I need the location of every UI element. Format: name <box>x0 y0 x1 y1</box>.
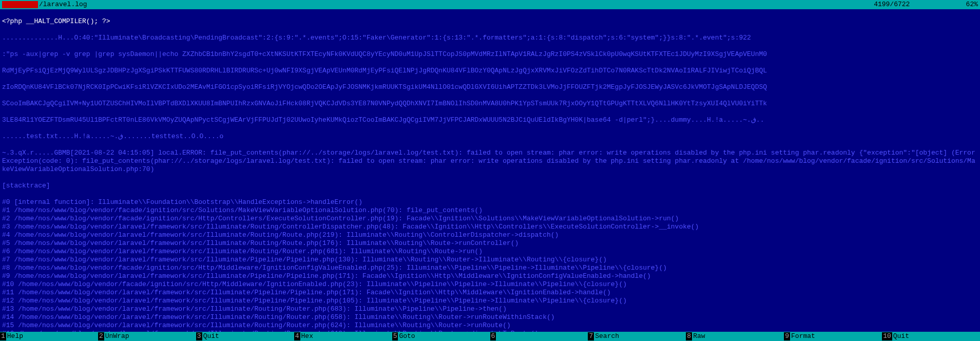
fkey-9[interactable]: 9Format <box>784 332 882 340</box>
stacktrace-line: #10 /home/nos/www/blog/vendor/facade/ign… <box>2 280 978 289</box>
content-line: <?php __HALT_COMPILER(); ?> <box>2 17 978 26</box>
stacktrace-line: #2 /home/nos/www/blog/vendor/facade/igni… <box>2 215 978 223</box>
fkey-label: Quit <box>892 332 949 340</box>
fkey-label: Help <box>6 332 63 340</box>
stacktrace-line: #0 [internal function]: Illuminate\\Foun… <box>2 198 978 206</box>
file-content[interactable]: <?php __HALT_COMPILER(); ?> ............… <box>0 9 980 332</box>
fkey-label: Raw <box>692 332 748 340</box>
stacktrace-line: #4 /home/nos/www/blog/vendor/laravel/fra… <box>2 231 978 239</box>
fkey-1[interactable]: 1Help <box>0 332 98 340</box>
fkey-number: 5 <box>392 332 398 340</box>
file-path: /laravel.log <box>39 1 87 9</box>
stacktrace-line: #3 /home/nos/www/blog/vendor/laravel/fra… <box>2 223 978 231</box>
fkey-4[interactable]: 4Hex <box>294 332 392 340</box>
content-line: ~.3.qX.r.....GBMB[2021-08-22 04:15:05] l… <box>2 149 978 174</box>
content-line: zIoRDQnKU84VFlBCk07NjRCK0IpPCwiKFsiRlVZK… <box>2 83 978 91</box>
title-bar: /laravel.log 4199/6722 62% <box>0 0 980 9</box>
fkey-label: Goto <box>398 332 454 340</box>
redacted-block <box>2 1 38 8</box>
fkey-7[interactable]: 7Search <box>588 332 686 340</box>
stacktrace-line: #6 /home/nos/www/blog/vendor/laravel/fra… <box>2 248 978 256</box>
fkey-2[interactable]: 2UnWrap <box>98 332 196 340</box>
stacktrace-line: #5 /home/nos/www/blog/vendor/laravel/fra… <box>2 239 978 248</box>
content-line: 3LE84Rl1YOEZFTDsmRU45Ul1BPFctRT0nLE86VkV… <box>2 116 978 124</box>
fkey-label: Hex <box>300 332 357 340</box>
fkey-number: 6 <box>490 332 496 340</box>
stacktrace-line: #9 /home/nos/www/blog/vendor/laravel/fra… <box>2 272 978 280</box>
fkey-number: 7 <box>588 332 594 340</box>
fkey-number: 4 <box>294 332 300 340</box>
fkey-3[interactable]: 3Quit <box>196 332 294 340</box>
fkey-number: 3 <box>196 332 202 340</box>
fkey-number: 10 <box>882 332 892 340</box>
line-counter: 4199/6722 62% <box>874 1 978 9</box>
fkey-number: 1 <box>0 332 6 340</box>
fkey-label: UnWrap <box>104 332 161 340</box>
content-line: ..............H...O:40:"Illuminate\Broad… <box>2 34 978 42</box>
content-line: ......test.txt....H.!a.....~.ڧ.......tes… <box>2 132 978 141</box>
content-line: [stacktrace] <box>2 182 978 190</box>
stacktrace-line: #7 /home/nos/www/blog/vendor/laravel/fra… <box>2 256 978 264</box>
fkey-6[interactable]: 6 <box>490 332 588 340</box>
fkey-8[interactable]: 8Raw <box>686 332 784 340</box>
stacktrace-line: #14 /home/nos/www/blog/vendor/laravel/fr… <box>2 313 978 321</box>
fkey-label: Quit <box>202 332 259 340</box>
fkey-5[interactable]: 5Goto <box>392 332 490 340</box>
fkey-number: 2 <box>98 332 104 340</box>
stacktrace-line: #11 /home/nos/www/blog/vendor/laravel/fr… <box>2 289 978 297</box>
stacktrace-line: #13 /home/nos/www/blog/vendor/laravel/fr… <box>2 305 978 313</box>
stacktrace-line: #12 /home/nos/www/blog/vendor/laravel/fr… <box>2 297 978 305</box>
content-line: SCooImBAKCJgQCgiIVM+Ny1UOTZUSChHIVMoIlVB… <box>2 100 978 108</box>
fkey-label: Search <box>594 332 650 340</box>
fkey-number: 9 <box>784 332 790 340</box>
stacktrace-line: #8 /home/nos/www/blog/vendor/facade/igni… <box>2 264 978 272</box>
fkey-label: Format <box>790 332 847 340</box>
content-line: :"ps -aux|grep -v grep |grep sysDaemon||… <box>2 50 978 59</box>
stacktrace-line: #1 /home/nos/www/blog/vendor/facade/igni… <box>2 206 978 215</box>
content-line: RdMjEyPFsiQjEzMjQ9WylULSgzJDBHPzJgXSgiPS… <box>2 67 978 75</box>
fkey-10[interactable]: 10Quit <box>882 332 980 340</box>
function-key-bar: 1Help2UnWrap3Quit4Hex5Goto67Search8Raw9F… <box>0 332 980 341</box>
fkey-number: 8 <box>686 332 692 340</box>
stacktrace-line: #15 /home/nos/www/blog/vendor/laravel/fr… <box>2 321 978 330</box>
